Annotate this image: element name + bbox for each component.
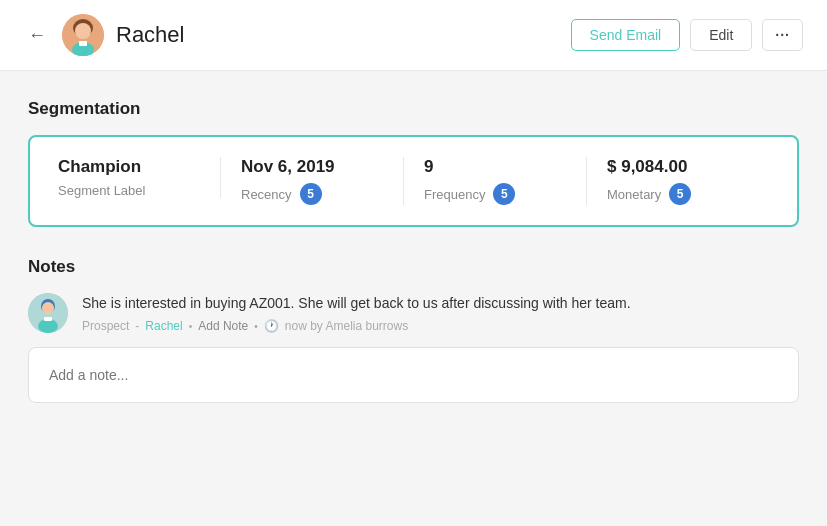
seg-item-champion: Champion Segment Label <box>58 157 221 198</box>
add-note-input[interactable] <box>49 367 778 383</box>
clock-icon: 🕐 <box>264 319 279 333</box>
note-meta: Prospect - Rachel • Add Note • 🕐 now by … <box>82 319 799 333</box>
header-left: ← Rachel <box>24 14 557 56</box>
svg-rect-4 <box>79 41 87 46</box>
dot-1: • <box>189 321 193 332</box>
seg-label-champion: Segment Label <box>58 183 200 198</box>
segmentation-card: Champion Segment Label Nov 6, 2019 Recen… <box>28 135 799 227</box>
contact-name: Rachel <box>116 22 184 48</box>
seg-value-champion: Champion <box>58 157 200 177</box>
prospect-link[interactable]: Rachel <box>145 319 182 333</box>
seg-item-recency: Nov 6, 2019 Recency 5 <box>221 157 404 205</box>
dash: - <box>135 319 139 333</box>
add-note-box[interactable] <box>28 347 799 403</box>
more-options-button[interactable]: ··· <box>762 19 803 51</box>
note-time: now by Amelia burrows <box>285 319 408 333</box>
notes-section-title: Notes <box>28 257 799 277</box>
header: ← Rachel Send Email Edit ··· <box>0 0 827 71</box>
seg-label-recency: Recency 5 <box>241 183 383 205</box>
note-entry: She is interested in buying AZ001. She w… <box>28 293 799 333</box>
svg-point-8 <box>38 319 58 333</box>
seg-value-frequency: 9 <box>424 157 566 177</box>
svg-point-7 <box>42 302 54 314</box>
notes-section: Notes She is interested in buying AZ001.… <box>28 257 799 403</box>
prospect-label: Prospect <box>82 319 129 333</box>
send-email-button[interactable]: Send Email <box>571 19 681 51</box>
seg-value-recency: Nov 6, 2019 <box>241 157 383 177</box>
seg-item-monetary: $ 9,084.00 Monetary 5 <box>587 157 769 205</box>
monetary-badge: 5 <box>669 183 691 205</box>
seg-value-monetary: $ 9,084.00 <box>607 157 749 177</box>
svg-point-2 <box>75 23 91 39</box>
recency-badge: 5 <box>300 183 322 205</box>
seg-label-frequency: Frequency 5 <box>424 183 566 205</box>
note-avatar <box>28 293 68 333</box>
note-content: She is interested in buying AZ001. She w… <box>82 293 799 333</box>
add-note-link[interactable]: Add Note <box>198 319 248 333</box>
header-actions: Send Email Edit ··· <box>571 19 803 51</box>
avatar <box>62 14 104 56</box>
frequency-badge: 5 <box>493 183 515 205</box>
edit-button[interactable]: Edit <box>690 19 752 51</box>
main-content: Segmentation Champion Segment Label Nov … <box>0 71 827 526</box>
back-button[interactable]: ← <box>24 21 50 50</box>
note-text: She is interested in buying AZ001. She w… <box>82 293 799 314</box>
dot-2: • <box>254 321 258 332</box>
segmentation-section-title: Segmentation <box>28 99 799 119</box>
svg-rect-9 <box>44 317 52 321</box>
seg-label-monetary: Monetary 5 <box>607 183 749 205</box>
seg-item-frequency: 9 Frequency 5 <box>404 157 587 205</box>
